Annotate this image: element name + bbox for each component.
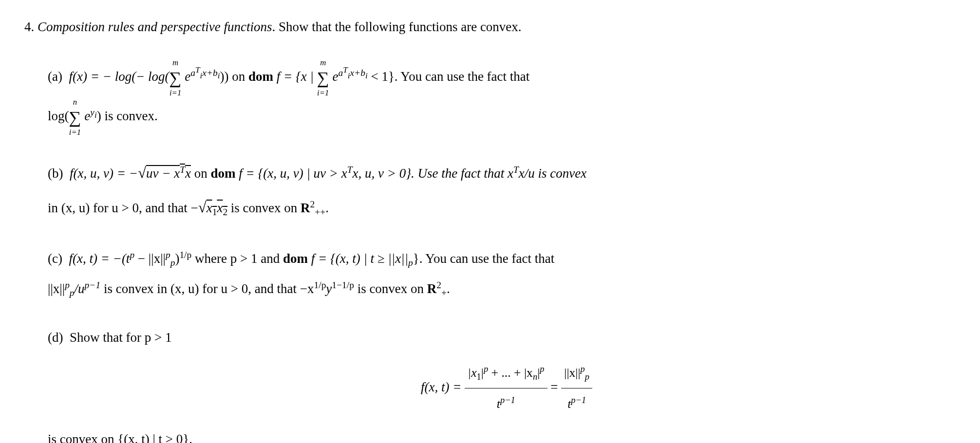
part-c-line1: f(x, t) = −(tp − ||x||pp)1/p where p > 1… (69, 251, 554, 266)
a-exp-a: a (190, 68, 195, 78)
c-mid1: − ||x|| (134, 251, 166, 266)
a-l2-tail: ) is convex. (97, 109, 158, 123)
b-dom-tail: x, u, v > 0}. Use the fact that x (353, 166, 513, 181)
b-s2-x2: x (217, 201, 223, 215)
c-domset: f = {(x, t) | t ≥ ||x|| (308, 251, 408, 266)
d-pm1: p−1 (500, 395, 515, 405)
b-sqrt-x: x (185, 166, 191, 181)
a-sum3-bot: i=1 (69, 123, 81, 142)
d-fraction-2: ||x||pp tp−1 (561, 358, 592, 418)
d-frac2-den: tp−1 (561, 388, 592, 418)
a-exp-T: T (195, 65, 200, 74)
problem-title-italic: Composition rules and perspective functi… (38, 19, 272, 34)
d-pm1-2: p−1 (571, 395, 586, 405)
subpart-c-label: (c) (48, 251, 62, 266)
sqrt-icon: √ (198, 199, 207, 216)
d-fx: f(x, t) = (421, 380, 465, 394)
part-a-line2: log(n∑i=1 eyi) is convex. (48, 109, 158, 123)
c-l2c: is convex in (x, u) for u > 0, and that … (100, 281, 314, 296)
c-l2-sup: p (65, 280, 70, 290)
d-tail: is convex on {(x, t) | t > 0}. (48, 432, 192, 443)
a-sum1: m∑i=1 (170, 58, 182, 97)
a-exp3-y: y (90, 107, 94, 117)
d-frac2-num: ||x||pp (561, 358, 592, 388)
c-l2d: y (326, 281, 332, 296)
d-1: 1 (477, 372, 481, 382)
part-b-line1: f(x, u, v) = −√uv − xTx on dom f = {(x, … (70, 166, 586, 181)
b-period: . (325, 201, 329, 215)
subpart-d-label: (d) (48, 330, 63, 345)
c-where: where p > 1 and (191, 251, 283, 266)
c-domtail: }. You can use the fact that (413, 251, 554, 266)
a-exp2-a: a (338, 68, 343, 78)
b-fx: f(x, u, v) = − (70, 166, 138, 181)
c-dom: dom (283, 251, 308, 266)
b-s2-2: 2 (223, 207, 227, 218)
b-fact-tail: x/u is convex (519, 166, 586, 181)
d-norm-sup: p (581, 364, 585, 374)
c-R: R (427, 281, 437, 296)
d-norm: ||x|| (564, 366, 580, 380)
subpart-a: (a) f(x) = − log(− log(m∑i=1 eaTix+bi)) … (48, 58, 965, 136)
subpart-c: (c) f(x, t) = −(tp − ||x||pp)1/p where p… (48, 243, 965, 304)
d-display-equation: f(x, t) = |x1|p + ... + |xn|p tp−1 = ||x… (48, 358, 965, 418)
b-l2-lead: in (x, u) for u > 0, and that − (48, 201, 198, 215)
c-lead: f(x, t) = −(t (69, 251, 130, 266)
subparts-list: (a) f(x) = − log(− log(m∑i=1 eaTix+bi)) … (24, 58, 965, 443)
c-domp: p (408, 258, 413, 268)
c-l2-sub: p (70, 288, 75, 298)
sqrt-icon: √ (138, 164, 146, 181)
a-on: )) on (220, 69, 248, 84)
c-1p: 1/p (179, 250, 191, 260)
b-fact-T: T (513, 165, 519, 175)
a-lt1: < 1}. You can use the fact that (368, 69, 530, 84)
d-lead: Show that for p > 1 (70, 330, 171, 345)
d-frac1-den: tp−1 (465, 388, 547, 418)
subpart-b: (b) f(x, u, v) = −√uv − xTx on dom f = {… (48, 155, 965, 225)
a-exp2-xb: x+b (350, 68, 365, 78)
d-p2: p (540, 364, 544, 374)
d-fraction-1: |x1|p + ... + |xn|p tp−1 (465, 358, 547, 418)
b-sqrt-body: uv − x (146, 166, 180, 181)
c-l2-11p: 1−1/p (332, 280, 354, 290)
a-exp-xb: x+b (202, 68, 217, 78)
c-R2: 2 (436, 280, 441, 290)
part-c-line2: ||x||pp/up−1 is convex in (x, u) for u >… (48, 281, 450, 296)
d-plus: + ... + |x (488, 366, 533, 380)
b-l2-tail: is convex on (227, 201, 301, 215)
d-p1: p (484, 364, 488, 374)
a-sum1-bot: i=1 (170, 84, 181, 102)
a-fx: f(x) = − log(− log( (69, 69, 169, 84)
problem-title-rest: . Show that the following functions are … (272, 19, 521, 34)
c-normp-sup: p (166, 250, 170, 260)
b-sqrt-T: T (180, 165, 185, 175)
subpart-d: (d) Show that for p > 1 f(x, t) = |x1|p … (48, 322, 965, 443)
a-sum2-bot: i=1 (317, 84, 329, 102)
subpart-a-label: (a) (48, 69, 62, 84)
d-n: n (533, 372, 537, 382)
subpart-b-label: (b) (48, 166, 63, 181)
b-dom-T: T (347, 165, 353, 175)
b-R-2: 2 (310, 199, 315, 209)
c-l2a: ||x|| (48, 281, 65, 296)
c-l2-pm1: p−1 (85, 280, 101, 290)
part-b-line2: in (x, u) for u > 0, and that −√x1x2 is … (48, 201, 329, 215)
b-on: on (191, 166, 211, 181)
c-l2-1p: 1/p (314, 280, 326, 290)
b-dom: dom (210, 166, 235, 181)
d-eq: = (550, 380, 561, 394)
c-tp: p (130, 250, 134, 260)
b-R-pp: ++ (315, 207, 325, 218)
c-normp-sub: p (170, 258, 175, 268)
c-l2e: is convex on (354, 281, 427, 296)
problem-number: 4. (24, 19, 34, 34)
part-a-line1: f(x) = − log(− log(m∑i=1 eaTix+bi)) on d… (69, 69, 529, 84)
a-l2-log: log( (48, 109, 69, 123)
c-l2b: /u (75, 281, 85, 296)
b-s2-x1: x (207, 201, 212, 215)
a-sum3: n∑i=1 (69, 97, 81, 137)
c-Rp: + (441, 288, 447, 298)
b-R: R (301, 201, 310, 215)
d-frac1-num: |x1|p + ... + |xn|p (465, 358, 547, 388)
b-s2-1: 1 (212, 207, 217, 218)
